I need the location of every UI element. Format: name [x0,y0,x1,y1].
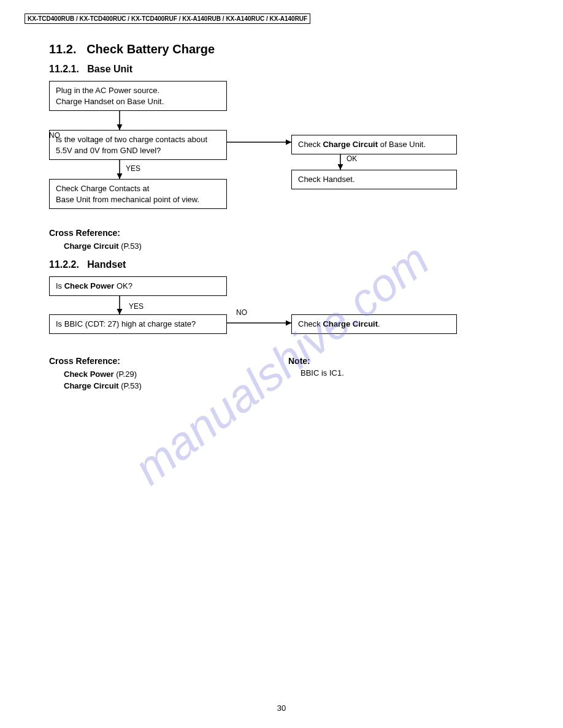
diagram-handset: Is Check Power OK? YES Is BBIC (CDT: 27)… [49,276,527,344]
subsection1-title: 11.2.1. Base Unit [49,64,538,75]
label-no-2: NO [236,308,247,317]
subsection2-number: 11.2.2. [49,259,79,270]
hbox1-bold: Check Power [64,281,115,290]
subsection1-number: 11.2.1. [49,64,79,74]
hbox1-pre: Is [56,281,64,290]
cross-ref2-item1-bold: Check Power [64,370,114,379]
subsection2-title: 11.2.2. Handset [49,259,538,270]
cross-ref2-title: Cross Reference: [49,356,142,366]
model-header: KX-TCD400RUB / KX-TCD400RUC / KX-TCD400R… [25,13,310,24]
note-title: Note: [288,356,344,366]
note-text: BBIC is IC1. [301,368,344,377]
hbox3-bold: Charge Circuit [323,319,378,328]
cross-ref1-title: Cross Reference: [49,228,538,238]
hbox3-pre: Check [298,319,323,328]
flow-box-bbic: Is BBIC (CDT: 27) high at charge state? [49,314,227,334]
page-number: 30 [0,703,563,713]
note-block: Note: BBIC is IC1. [288,356,344,377]
box1-line2: Charge Handset on Base Unit. [56,97,164,106]
cross-ref2-item2: Charge Circuit (P.53) [64,381,142,390]
subsection1-name: Base Unit [87,64,132,74]
refs-row: Cross Reference: Check Power (P.29) Char… [49,356,538,405]
box5-line1: Check Charge Contacts at [56,184,149,193]
cross-ref2-item1-page: (P.29) [114,370,137,379]
diagram-base-unit: Plug in the AC Power source. Charge Hand… [49,81,527,216]
label-no-1: NO [49,131,60,140]
cross-reference-2: Cross Reference: Check Power (P.29) Char… [49,356,142,393]
section-title: 11.2. Check Battery Charge [49,42,538,56]
label-ok: OK [347,154,357,163]
box5-line2: Base Unit from mechanical point of view. [56,195,199,204]
cross-ref2-item2-bold: Charge Circuit [64,381,119,390]
cross-ref2-item2-page: (P.53) [119,381,142,390]
flow-box-check-handset: Check Handset. [291,170,457,189]
cross-reference-1: Cross Reference: Charge Circuit (P.53) [49,228,538,251]
section-name: Check Battery Charge [86,42,215,56]
hbox3-post: . [378,319,380,328]
box4-text: Check Handset. [298,175,355,184]
box1-line1: Plug in the AC Power source. [56,86,159,95]
cross-ref1-bold: Charge Circuit [64,241,119,251]
flow-box-plugin: Plug in the AC Power source. Charge Hand… [49,81,227,111]
label-yes-1: YES [126,164,140,173]
page-container: KX-TCD400RUB / KX-TCD400RUC / KX-TCD400R… [0,0,563,728]
hbox2-text: Is BBIC (CDT: 27) high at charge state? [56,319,196,328]
box3-post: of Base Unit. [378,140,426,149]
subsection2-name: Handset [87,259,126,270]
cross-ref2-item1: Check Power (P.29) [64,370,142,379]
flow-box-check-contacts: Check Charge Contacts at Base Unit from … [49,179,227,209]
flow-box-voltage: Is the voltage of two charge contacts ab… [49,130,227,160]
box2-line2: 5.5V and 0V from GND level? [56,146,161,155]
box2-line1: Is the voltage of two charge contacts ab… [56,135,207,144]
flow-box-check-power: Is Check Power OK? [49,276,227,296]
label-yes-2: YES [129,302,144,311]
flow-box-check-charge-circuit: Check Charge Circuit of Base Unit. [291,135,457,154]
box3-bold: Charge Circuit [323,140,378,149]
flow-box-check-charge-circuit-2: Check Charge Circuit. [291,314,457,334]
box3-pre: Check [298,140,323,149]
section-number: 11.2. [49,42,76,56]
cross-ref1-page: (P.53) [119,241,142,251]
cross-ref1-item: Charge Circuit (P.53) [64,241,538,251]
hbox1-post: OK? [114,281,132,290]
